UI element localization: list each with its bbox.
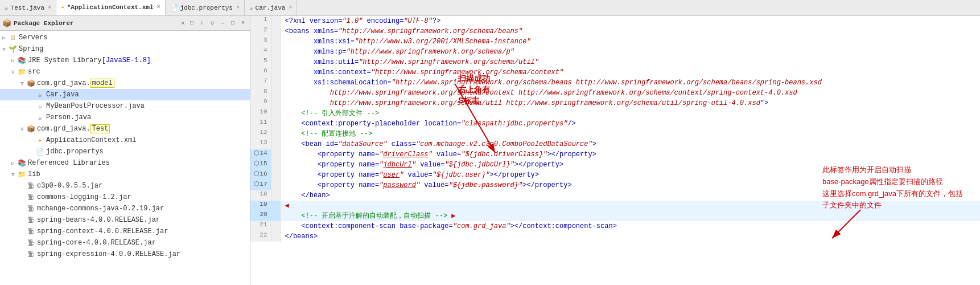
line-code-14[interactable]: <property name="driverClass" value="${jd… [280,149,980,160]
line-num-10: 10 [250,108,271,119]
toggle-spring[interactable]: ▽ [0,45,8,53]
tree-item-appctx-xml[interactable]: ✦ ApplicationContext.xml [0,135,250,146]
line-gutter-7 [271,78,280,88]
file-tree: ▷ 🖥 Servers ▽ 🌱 Spring ▷ 📚 JRE System Li… [0,31,250,285]
line-code-5[interactable]: xmlns:util="http://www.springframework.o… [280,57,980,67]
code-line-10: 10 <!-- 引入外部文件 --> [250,108,980,119]
tree-item-spring[interactable]: ▽ 🌱 Spring [0,43,250,55]
tree-item-spring-beans-jar[interactable]: 🗜 spring-beans-4.0.0.RELEASE.jar [0,214,250,226]
tree-item-mybean[interactable]: ☕ MyBeanPostProcessor.java [0,100,250,112]
toggle-test-pkg[interactable]: ▽ [18,125,26,133]
tree-item-mchange[interactable]: 🗜 mchange-commons-java-0.2.19.jar [0,203,250,214]
line-code-17[interactable]: <property name="password" value="${jdbc.… [280,180,980,190]
tree-item-servers[interactable]: ▷ 🖥 Servers [0,32,250,43]
test-pkg-icon: 📦 [26,124,35,133]
java-file-icon2: ☕ [249,4,253,11]
car-java-icon: ☕ [35,90,44,99]
c3p0-label: c3p0-0.9.5.5.jar [37,182,102,190]
line-code-7[interactable]: xsi:schemaLocation="http://www.springfra… [280,78,980,88]
spring-core-jar-icon: 🗜 [26,238,35,247]
jre-label: JRE System Library [28,56,102,64]
tree-item-test-pkg[interactable]: ▽ 📦 com.grd_java.Test [0,123,250,135]
reflibs-label: Referenced Libraries [28,159,110,167]
tree-item-commons-logging[interactable]: 🗜 commons-logging-1.2.jar [0,192,250,203]
line-code-13[interactable]: <bean id="dataSource" class="com.mchange… [280,139,980,149]
line-gutter-8 [271,88,280,98]
spring-label: Spring [19,45,43,53]
line-gutter-12 [271,129,280,139]
line-code-9[interactable]: http://www.springframework.org/schema/ut… [280,98,980,108]
collapse-btn[interactable]: □ [187,19,196,28]
code-line-4: 4 xmlns:p="http://www.springframework.or… [250,47,980,57]
line-code-12[interactable]: <!-- 配置连接池 --> [280,129,980,139]
toggle-servers[interactable]: ▷ [0,34,8,42]
line-num-4: 4 [250,47,271,57]
line-code-21[interactable]: <context:component-scan base-package="co… [280,221,980,231]
max-btn[interactable]: □ [228,19,237,28]
line-gutter-6 [271,67,280,78]
toggle-src[interactable]: ▽ [9,68,17,76]
line-code-15[interactable]: <property name="jdbcUrl" value="${jdbc.j… [280,160,980,170]
line-code-4[interactable]: xmlns:p="http://www.springframework.org/… [280,47,980,57]
lib-icon: 📁 [17,170,26,179]
tab-applicationcontext-xml[interactable]: ✦ *ApplicationContext.xml × [56,0,165,15]
mybean-label: MyBeanPostProcessor.java [46,102,145,110]
tab-test-java[interactable]: ☕ Test.java × [0,0,56,15]
line-code-2[interactable]: <beans xmlns="http://www.springframework… [280,26,980,36]
min-btn[interactable]: — [218,19,227,28]
tree-item-jdbc-props[interactable]: 📄 jdbc.propertys [0,146,250,157]
line-code-20[interactable]: <!-- 开启基于注解的自动装配，自动扫描 --> ▶ [280,211,980,221]
tab-close-test[interactable]: × [48,5,51,11]
line-code-16[interactable]: <property name="user" value="${jdbc.user… [280,170,980,180]
tree-item-jre[interactable]: ▷ 📚 JRE System Library [JavaSE-1.8] [0,55,250,66]
toggle-reflibs[interactable]: ▷ [9,159,17,167]
toggle-jre[interactable]: ▷ [9,56,17,64]
lib-label: lib [28,170,40,178]
tree-item-spring-context-jar[interactable]: 🗜 spring-context-4.0.0.RELEASE.jar [0,226,250,237]
line-num-22: 22 [250,231,271,242]
tab-close-appctx[interactable]: × [157,4,160,10]
tree-item-c3p0[interactable]: 🗜 c3p0-0.9.5.5.jar [0,180,250,192]
code-line-20: 20 <!-- 开启基于注解的自动装配，自动扫描 --> ▶ [250,211,980,221]
menu-btn[interactable]: ▽ [208,19,217,28]
line-code-10[interactable]: <!-- 引入外部文件 --> [280,108,980,119]
code-line-1: 1 <?xml version="1.0" encoding="UTF-8"?> [250,16,980,26]
line-gutter-3 [271,36,280,47]
tab-close-jdbc[interactable]: × [236,5,240,11]
tree-item-car-java[interactable]: ☕ Car.java [0,89,250,100]
tree-item-spring-core-jar[interactable]: 🗜 spring-core-4.0.0.RELEASE.jar [0,237,250,249]
mchange-label: mchange-commons-java-0.2.19.jar [37,205,164,213]
code-line-2: 2 <beans xmlns="http://www.springframewo… [250,26,980,36]
panel-pin-icon: ✕ [181,19,185,27]
link-btn[interactable]: ↕ [197,19,207,28]
line-code-1[interactable]: <?xml version="1.0" encoding="UTF-8"?> [280,16,980,26]
line-code-18[interactable]: </bean> [280,190,980,201]
tree-item-lib[interactable]: ▽ 📁 lib [0,169,250,180]
tab-close-car[interactable]: × [289,5,292,11]
tree-item-reflibs[interactable]: ▷ 📚 Referenced Libraries [0,157,250,169]
code-line-15: ⬡15 <property name="jdbcUrl" value="${jd… [250,160,980,170]
line-num-11: 11 [250,119,271,129]
tab-car-java[interactable]: ☕ Car.java × [245,0,297,15]
toggle-model[interactable]: ▽ [18,79,26,87]
line-code-22[interactable]: </beans> [280,231,980,242]
toggle-lib[interactable]: ▽ [9,170,17,178]
line-code-8[interactable]: http://www.springframework.org/schema/co… [280,88,980,98]
tree-item-spring-expression-jar[interactable]: 🗜 spring-expression-4.0.0.RELEASE.jar [0,249,250,260]
tree-item-model-pkg[interactable]: ▽ 📦 com.grd_java.model [0,78,250,89]
line-num-16: ⬡16 [250,170,271,180]
tree-item-src[interactable]: ▽ 📁 src [0,66,250,78]
editor-area[interactable]: 1 <?xml version="1.0" encoding="UTF-8"?>… [250,16,980,285]
line-code-6[interactable]: xmlns:context="http://www.springframewor… [280,67,980,78]
line-code-19[interactable]: ◀ [280,201,980,211]
servers-label: Servers [19,34,47,42]
tree-item-person[interactable]: ☕ Person.java [0,112,250,123]
line-code-3[interactable]: xmlns:xsi="http://www.w3.org/2001/XMLSch… [280,36,980,47]
toggle-spring-beans [18,216,26,224]
line-code-11[interactable]: <context:property-placeholder location="… [280,119,980,129]
c3p0-icon: 🗜 [26,181,35,190]
code-line-13: 13 <bean id="dataSource" class="com.mcha… [250,139,980,149]
close-panel-btn[interactable]: × [238,19,248,28]
jdbc-props-label: jdbc.propertys [46,148,104,156]
tab-jdbc-propertys[interactable]: 📄 jdbc.propertys × [166,0,245,15]
